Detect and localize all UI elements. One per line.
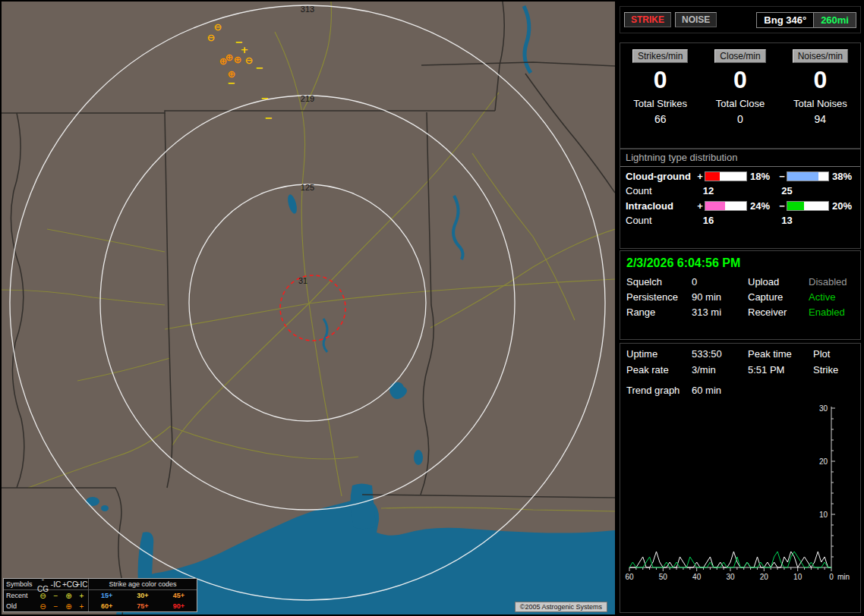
capture-label: Capture <box>748 291 809 303</box>
uptime-label: Uptime <box>626 348 692 360</box>
pos-ic-recent-icon: + <box>75 591 88 601</box>
ic-plus-bar <box>705 201 747 211</box>
neg-cg-recent-icon: ⊖ <box>36 591 49 601</box>
age-15: 15+ <box>89 591 125 601</box>
distribution-panel: Lightning type distribution Cloud-ground… <box>620 149 861 249</box>
copyright-label: ©2005 Astrogenic Systems <box>515 602 607 612</box>
total-close-value: 0 <box>700 113 780 125</box>
squelch-row: Squelch 0 Upload Disabled <box>620 273 860 288</box>
peak-time-value: 5:51 PM <box>748 364 813 376</box>
svg-text:60: 60 <box>625 573 634 581</box>
plot-label: Plot <box>813 348 854 360</box>
range-label: Range <box>626 306 692 319</box>
svg-text:min: min <box>837 573 850 581</box>
counters-panel: Strikes/min 0 Total Strikes 66 Close/min… <box>620 42 861 149</box>
total-strikes-label: Total Strikes <box>620 98 700 109</box>
trend-graph-label: Trend graph <box>626 385 692 396</box>
upload-label: Upload <box>748 276 809 288</box>
legend-header-row: Symbols -CG -IC +CG +IC Strike age color… <box>4 579 197 590</box>
capture-status: Active <box>809 291 854 303</box>
sidebar: STRIKE NOISE Bng 346° 260mi Strikes/min … <box>618 0 864 616</box>
receiver-label: Receiver <box>748 306 809 319</box>
strike-symbol: − <box>235 36 244 48</box>
ic-plus-count: 16 <box>703 215 782 226</box>
svg-text:0: 0 <box>829 573 834 581</box>
age-90: 90+ <box>161 602 197 611</box>
total-strikes-value: 66 <box>620 113 700 125</box>
ic-minus-count: 13 <box>781 215 860 226</box>
cg-minus-bar <box>787 171 829 181</box>
ring-label-219: 219 <box>301 94 314 103</box>
receiver-status: Enabled <box>809 306 854 319</box>
map-area[interactable]: 313 219 125 31 ⊖⊖⊕⊕⊕⊖⊕+−−−−− Symbols -CG… <box>2 2 615 614</box>
svg-text:50: 50 <box>659 573 668 581</box>
minus-sign: − <box>777 200 787 212</box>
strike-mode-button[interactable]: STRIKE <box>624 12 671 27</box>
status-panel: 2/3/2026 6:04:56 PM Squelch 0 Upload Dis… <box>620 250 861 340</box>
noises-counter: Noises/min 0 Total Noises 94 <box>780 43 860 148</box>
peak-rate-label: Peak rate <box>626 364 692 376</box>
noises-per-min-value: 0 <box>780 64 860 95</box>
cloud-ground-count-row: Count 12 25 <box>620 182 860 196</box>
trend-chart: 6050403020100min302010 <box>625 402 856 586</box>
datetime-display: 2/3/2026 6:04:56 PM <box>620 251 860 273</box>
trend-row: Trend graph 60 min <box>620 376 860 396</box>
legend-old-label: Old <box>4 602 36 611</box>
strike-symbol: ⊖ <box>245 55 254 66</box>
strike-legend: Symbols -CG -IC +CG +IC Strike age color… <box>3 578 197 612</box>
ring-label-125: 125 <box>301 183 314 192</box>
legend-recent-row: Recent ⊖ − ⊕ + 15+ 30+ 45+ <box>4 590 197 601</box>
strike-symbol: ⊕ <box>219 55 228 67</box>
map-svg[interactable]: 313 219 125 31 ⊖⊖⊕⊕⊕⊖⊕+−−−−− <box>2 2 615 614</box>
upload-status: Disabled <box>809 276 854 288</box>
close-counter: Close/min 0 Total Close 0 <box>700 43 780 148</box>
ring-label-31: 31 <box>298 276 307 285</box>
age-60: 60+ <box>89 602 125 611</box>
strike-symbol: ⊖ <box>214 21 222 33</box>
peak-rate-value: 3/min <box>692 364 748 376</box>
cg-minus-percent: 38% <box>829 171 859 182</box>
svg-text:30: 30 <box>819 404 828 413</box>
strike-symbol: ⊖ <box>207 32 216 43</box>
strikes-counter: Strikes/min 0 Total Strikes 66 <box>620 43 700 148</box>
legend-col-pos-cg: +CG <box>62 580 75 589</box>
total-close-label: Total Close <box>700 98 780 109</box>
strike-symbol: − <box>261 93 270 104</box>
range-value: 313 mi <box>692 306 748 319</box>
total-noises-label: Total Noises <box>780 98 860 109</box>
age-30: 30+ <box>125 591 160 601</box>
ic-minus-percent: 20% <box>829 200 859 212</box>
range-row: Range 313 mi Receiver Enabled <box>620 303 860 319</box>
strikes-per-min-value: 0 <box>620 64 700 95</box>
neg-ic-old-icon: − <box>49 602 62 611</box>
svg-text:10: 10 <box>793 573 803 581</box>
svg-text:20: 20 <box>819 457 828 466</box>
stats-panel: Uptime 533:50 Peak time Plot Peak rate 3… <box>620 343 861 613</box>
close-per-min-label: Close/min <box>714 49 765 63</box>
cg-plus-percent: 18% <box>747 171 777 182</box>
peak-rate-row: Peak rate 3/min 5:51 PM Strike <box>620 360 860 376</box>
mode-panel: STRIKE NOISE Bng 346° 260mi <box>620 6 861 33</box>
intracloud-label: Intracloud <box>626 200 695 212</box>
age-45: 45+ <box>161 591 197 601</box>
noise-mode-button[interactable]: NOISE <box>675 12 717 27</box>
bearing-range: 260mi <box>813 13 856 27</box>
uptime-row: Uptime 533:50 Peak time Plot <box>620 344 860 360</box>
trend-graph-value: 60 min <box>692 385 748 396</box>
svg-text:10: 10 <box>819 511 828 519</box>
squelch-value: 0 <box>692 276 748 288</box>
plus-sign: + <box>695 171 705 182</box>
uptime-value: 533:50 <box>692 348 748 360</box>
cg-plus-count: 12 <box>703 185 782 196</box>
cg-minus-count: 25 <box>781 185 860 196</box>
count-label: Count <box>626 185 694 196</box>
strike-symbol: − <box>256 62 264 74</box>
svg-text:40: 40 <box>692 573 702 581</box>
total-noises-value: 94 <box>780 113 860 125</box>
strike-symbol: ⊕ <box>234 54 242 65</box>
peak-time-label: Peak time <box>748 348 813 360</box>
plus-sign: + <box>695 200 705 212</box>
intracloud-count-row: Count 16 13 <box>620 212 860 226</box>
legend-symbols-header: Symbols <box>4 580 36 589</box>
pos-cg-recent-icon: ⊕ <box>62 591 75 601</box>
